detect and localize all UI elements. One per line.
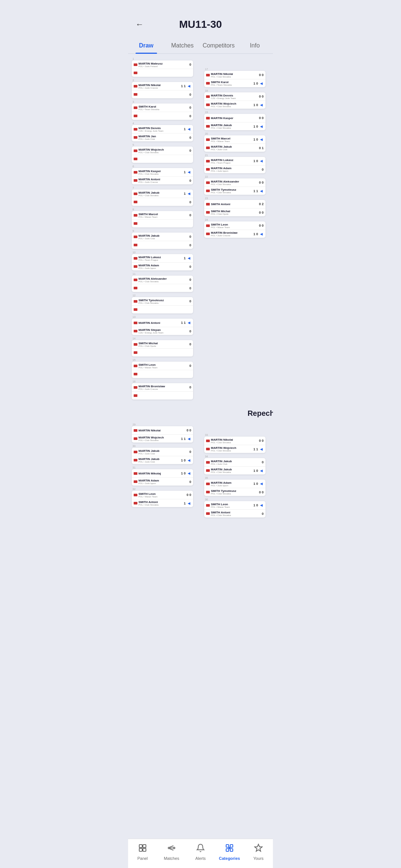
flag-icon (134, 451, 137, 453)
player-row-2: MARTIN BronislawPOL • Judo Cracow1 0◄ (204, 230, 265, 238)
match-card-2[interactable]: MARTIN NikolaiPOL • Judo Cracow1 1◄0 (132, 82, 193, 98)
score: 1 0◄ (181, 471, 191, 476)
player-row-1: MARTIN JakubPOL • Club Slovakia1◄ (132, 190, 193, 198)
win-arrow-icon: ◄ (187, 126, 191, 132)
match-card-16[interactable]: MARTIN BronislawPOL • Judo Cracow0 (132, 383, 193, 400)
player-row-2: MARTIN AdamPOL • Judo Ippon0 (204, 165, 265, 173)
match-card-30[interactable]: MARTIN JakubPOL • Judo Club0MARTIN Jakub… (132, 448, 193, 464)
match-card-14[interactable]: SMITH MichalPOL • Club Opole0 (132, 340, 193, 356)
match-card-29[interactable]: MARTIN Nikolai0 0MARTIN WojciechPOL • Cl… (132, 426, 193, 443)
flag-icon (134, 193, 137, 195)
flag-icon (206, 512, 210, 515)
score-value: 1 1 (181, 84, 186, 88)
score: 1 1◄ (181, 83, 191, 89)
tab-draw[interactable]: Draw (128, 38, 164, 53)
match-card-35[interactable]: MARTIN AdamPOL • Judo Ippon1 0◄SMITH Tym… (204, 480, 265, 496)
flag-icon (134, 494, 137, 496)
player-club: POL • Judo Club (211, 463, 261, 465)
nav-matches[interactable]: Matches (160, 844, 183, 861)
match-wrapper-5: 5MARTIN WojciechPOL • Club Slovakia0 (132, 144, 193, 163)
match-card-20[interactable]: SMITH MarcelPOL • Waran Team1 0◄MARTIN J… (204, 135, 265, 152)
match-card-15[interactable]: SMITH LeonPOL • Waran Team0 (132, 362, 193, 378)
alerts-icon (196, 844, 205, 855)
match-card-33[interactable]: MARTIN NikolaiPOL • Club Slovakia0 0MART… (204, 437, 265, 453)
player-row-2: 0 (132, 198, 193, 206)
flag-icon (134, 279, 137, 281)
player-row-2: MARTIN JakubPOL • Club Slovakia1 0◄ (204, 122, 265, 130)
match-wrapper-1: 1MARTIN MateuszPOL • Judo Finland0 (132, 57, 193, 77)
flag-icon (206, 211, 210, 214)
back-button[interactable]: ← (136, 20, 144, 29)
match-card-6[interactable]: MARTIN KasperPOL • Club Slovakia1◄MARTIN… (132, 168, 193, 184)
match-card-12[interactable]: SMITH TymoteuszPOL • Club Slovakia0 (132, 297, 193, 313)
player-row-2: 0 (132, 284, 193, 292)
tab-matches[interactable]: Matches (164, 38, 201, 53)
match-card-36[interactable]: SMITH LeonPOL • Waran Team1 0◄SMITH Anto… (204, 501, 265, 517)
match-card-8[interactable]: SMITH MarcelPOL • Waran Team0 (132, 211, 193, 227)
yours-icon (254, 844, 263, 855)
player-info: MARTIN AdamPOL • Judo Ippon (138, 264, 188, 269)
match-wrapper-24: 24SMITH LeonPOL • Waran Team0 0MARTIN Br… (204, 218, 265, 238)
player-row-1: SMITH LeonPOL • Waran Team0 0 (132, 491, 193, 499)
match-card-17[interactable]: MARTIN NikolaiPOL • Club Slovakia0 0SMIT… (204, 71, 265, 87)
match-card-21[interactable]: MARTIN LukaszPOL • Team Prague1 0◄MARTIN… (204, 157, 265, 173)
score: 0 (189, 480, 191, 484)
score-value: 0 (189, 179, 191, 183)
player-info: MARTIN NikolaiPOL • Judo Cracow (138, 83, 180, 89)
svg-rect-3 (143, 848, 146, 851)
match-card-22[interactable]: MARTIN AleksanderPOL • Club Slovakia0 0S… (204, 178, 265, 195)
match-card-11[interactable]: MARTIN AleksanderPOL • Club Slovakia00 (132, 276, 193, 292)
player-row-2: SMITH TymoteuszPOL • Club Slovakia0 0 (204, 488, 265, 496)
match-card-13[interactable]: MARTIN Antoni1 1◄MARTIN StepanCZE • Ener… (132, 319, 193, 335)
nav-alerts[interactable]: Alerts (189, 844, 212, 861)
player-name: MARTIN Antoni (138, 321, 180, 325)
match-card-3[interactable]: SMITH KarolPOL • Team Slovakia00 (132, 103, 193, 120)
player-club: POL • Waran Team (211, 506, 252, 508)
score: 1 0◄ (254, 503, 264, 508)
player-club: POL • Club Slovakia (211, 450, 252, 452)
flag-icon (134, 459, 137, 461)
match-card-34[interactable]: MARTIN JakubPOL • Judo Club0MARTIN Jakub… (204, 458, 265, 474)
match-wrapper-30: 30MARTIN JakubPOL • Judo Club0MARTIN Jak… (132, 445, 193, 464)
player-name: SMITH Karol (138, 105, 188, 108)
score: 1◄ (184, 191, 191, 196)
player-row-1: MARTIN LukaszPOL • Team Prague1◄ (132, 254, 193, 262)
player-info: SMITH AntoniPOL • Club Slovakia (138, 500, 183, 506)
match-id-36: 36 (204, 498, 265, 501)
flag-icon (134, 222, 137, 225)
nav-panel[interactable]: Panel (131, 844, 154, 861)
player-info: SMITH MarcelPOL • Waran Team (138, 213, 188, 218)
svg-rect-12 (230, 849, 233, 851)
tab-competitors[interactable]: Competitors (200, 38, 237, 53)
match-wrapper-13: 13MARTIN Antoni1 1◄MARTIN StepanCZE • En… (132, 316, 193, 335)
match-card-31[interactable]: MARTIN Mikolaj1 0◄MARTIN AdamPOL • Judo … (132, 469, 193, 486)
score-value: 1 0 (254, 159, 258, 163)
match-card-24[interactable]: SMITH LeonPOL • Waran Team0 0MARTIN Bron… (204, 221, 265, 238)
player-row-1: SMITH MarcelPOL • Waran Team0 (132, 211, 193, 219)
match-card-5[interactable]: MARTIN WojciechPOL • Club Slovakia0 (132, 147, 193, 163)
match-card-23[interactable]: SMITH Antoni0 2SMITH MichalPOL • Club Op… (204, 200, 265, 216)
match-card-19[interactable]: MARTIN Kasper0 0MARTIN JakubPOL • Club S… (204, 114, 265, 130)
score: 1 0◄ (254, 158, 264, 164)
player-row-1: MARTIN JakubPOL • Judo Club0 (204, 458, 265, 466)
match-card-10[interactable]: MARTIN LukaszPOL • Team Prague1◄MARTIN A… (132, 254, 193, 270)
score: 1 0◄ (254, 81, 264, 86)
match-id-9: 9 (132, 230, 193, 232)
nav-yours[interactable]: Yours (247, 844, 270, 861)
score-value: 0 (189, 136, 191, 139)
player-info: MARTIN JakubPOL • Judo Club (138, 457, 180, 463)
match-card-32[interactable]: SMITH LeonPOL • Waran Team0 0SMITH Anton… (132, 491, 193, 507)
player-row-1: MARTIN Kasper0 0 (204, 114, 265, 122)
tab-info[interactable]: Info (237, 38, 273, 53)
flag-icon (206, 181, 210, 184)
match-card-1[interactable]: MARTIN MateuszPOL • Judo Finland0 (132, 60, 193, 77)
match-card-4[interactable]: MARTIN DennisCZE • Energy Judo Team1◄MAR… (132, 125, 193, 141)
flag-icon (134, 63, 137, 66)
player-row-2: MARTIN WojciechPOL • Club Slovakia1 1◄ (204, 445, 265, 453)
flag-icon (134, 158, 137, 160)
match-card-18[interactable]: MARTIN DennisCZE • Energy Judo Team0 0MA… (204, 92, 265, 109)
match-card-9[interactable]: MARTIN JakubPOL • Judo Club00 (132, 233, 193, 249)
match-card-7[interactable]: MARTIN JakubPOL • Club Slovakia1◄0 (132, 190, 193, 206)
player-row-1: MARTIN DennisCZE • Energy Judo Team0 0 (204, 92, 265, 101)
nav-categories[interactable]: Categories (218, 844, 241, 861)
